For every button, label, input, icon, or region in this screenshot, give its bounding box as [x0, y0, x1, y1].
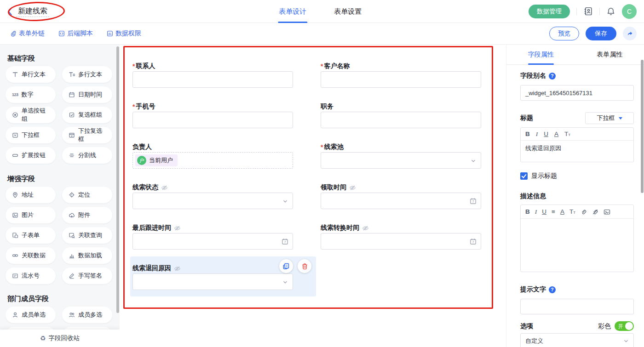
data-permission-action[interactable]: 数据权限	[107, 29, 141, 38]
sidebar-item-subform[interactable]: 子表单	[6, 227, 56, 244]
sidebar-item-extend-button[interactable]: 扩展按钮	[6, 147, 56, 164]
font-size-button[interactable]: T	[569, 209, 575, 215]
form-field-mobile[interactable]: *手机号	[132, 102, 293, 128]
sidebar-item-dropdown-multi[interactable]: 下拉复选框	[62, 127, 112, 143]
sidebar-item-signature[interactable]: 手写签名	[62, 267, 112, 284]
date-input[interactable]: 7	[132, 233, 293, 250]
underline-button[interactable]: U	[542, 209, 546, 215]
insert-image-button[interactable]	[604, 209, 610, 215]
tab-form-design[interactable]: 表单设计	[278, 0, 307, 23]
sidebar-item-member-single[interactable]: 成员单选	[6, 307, 56, 323]
tab-form-properties[interactable]: 表单属性	[575, 45, 644, 64]
sidebar-item-multi-line-text[interactable]: 多行文本	[62, 66, 112, 83]
chevron-down-icon	[282, 279, 288, 285]
contact-book-icon[interactable]	[583, 6, 593, 16]
description-editor: B I U ≡ A T	[520, 205, 634, 272]
font-color-button[interactable]: A	[560, 209, 564, 215]
save-button[interactable]: 保存	[586, 27, 616, 40]
tab-field-properties[interactable]: 字段属性	[506, 45, 575, 64]
sidebar-item-location[interactable]: 定位	[62, 187, 112, 203]
sidebar-item-member-multi[interactable]: 成员多选	[62, 307, 112, 323]
form-field-lead-return-reason[interactable]: 线索退回原因	[132, 263, 293, 290]
select-input[interactable]	[321, 152, 481, 169]
form-field-job-title[interactable]: 职务	[321, 102, 481, 128]
unlink-button[interactable]	[592, 209, 598, 215]
options-source-select[interactable]: 自定义	[520, 333, 634, 347]
backend-script-action[interactable]: 后端脚本	[58, 29, 93, 38]
field-alias-input[interactable]: _widget_1654501567131	[520, 85, 634, 101]
share-button[interactable]	[623, 27, 637, 40]
member-input[interactable]: 户 当前用户	[132, 152, 293, 169]
script-icon	[58, 30, 65, 37]
show-title-checkbox[interactable]: 显示标题	[520, 171, 634, 181]
sidebar-item-datetime[interactable]: 日期时间	[62, 86, 112, 103]
notification-bell-icon[interactable]	[606, 7, 615, 16]
form-field-lead-status[interactable]: 线索状态	[132, 182, 293, 209]
user-avatar[interactable]: C	[622, 4, 637, 19]
sidebar-item-checkbox-group[interactable]: 复选框组	[62, 107, 112, 123]
sidebar-item-data-load[interactable]: 数据加载	[62, 247, 112, 264]
text-input[interactable]	[132, 112, 293, 128]
form-field-lead-pool[interactable]: *线索池	[321, 142, 481, 169]
sidebar-item-address[interactable]: 地址	[6, 187, 56, 203]
form-canvas[interactable]: *联系人 *客户名称 *手机号 职务 负责人	[120, 45, 506, 347]
form-field-lead-convert-time[interactable]: 线索转换时间 7	[321, 223, 481, 250]
help-icon[interactable]: ?	[549, 286, 556, 293]
select-input[interactable]	[132, 193, 293, 209]
bold-button[interactable]: B	[525, 131, 530, 137]
delete-field-button[interactable]	[298, 259, 311, 273]
form-title[interactable]: 新建线索	[16, 6, 49, 17]
help-icon[interactable]: ?	[549, 73, 556, 80]
sidebar-item-divider-line[interactable]: 分割线	[62, 147, 112, 164]
text-input[interactable]	[321, 112, 481, 128]
data-manage-button[interactable]: 数据管理	[529, 5, 570, 18]
form-field-claim-time[interactable]: 领取时间 7	[321, 182, 481, 209]
font-size-button[interactable]: T	[564, 131, 570, 137]
sidebar-item-radio-group[interactable]: 单选按钮组	[6, 107, 56, 123]
date-input[interactable]: 7	[321, 233, 481, 250]
chevron-left-icon	[7, 7, 12, 16]
form-field-contact[interactable]: *联系人	[132, 61, 293, 88]
hint-text-input[interactable]	[520, 299, 634, 314]
form-field-owner[interactable]: 负责人 户 当前用户	[132, 142, 293, 169]
form-field-customer-name[interactable]: *客户名称	[321, 61, 481, 88]
italic-button[interactable]: I	[535, 209, 537, 215]
chevron-down-icon	[623, 338, 629, 344]
colorful-toggle[interactable]: 开	[615, 321, 634, 331]
text-input[interactable]	[321, 71, 481, 88]
italic-button[interactable]: I	[536, 131, 538, 137]
preview-button[interactable]: 预览	[549, 27, 579, 40]
widget-type-select[interactable]: 下拉框	[585, 112, 634, 124]
tab-form-settings[interactable]: 表单设置	[333, 0, 362, 23]
field-alias-label: 字段别名	[520, 72, 546, 80]
single-line-text-icon	[12, 71, 18, 78]
link-button[interactable]	[581, 209, 587, 215]
sidebar-item-attachment[interactable]: 附件	[62, 207, 112, 223]
sidebar-item-single-line-text[interactable]: 单行文本	[6, 66, 56, 83]
sidebar-item-image[interactable]: 图片	[6, 207, 56, 223]
text-input[interactable]	[132, 71, 293, 88]
select-input[interactable]	[132, 273, 293, 290]
sidebar-scrollbar[interactable]	[116, 46, 119, 313]
map-pin-icon	[12, 192, 18, 198]
back-button[interactable]	[7, 7, 12, 16]
date-input[interactable]: 7	[321, 193, 481, 209]
hidden-eye-icon	[362, 225, 369, 232]
title-editor-content[interactable]: 线索退回原因	[521, 141, 633, 162]
sidebar-item-number[interactable]: 123数字	[6, 86, 56, 103]
external-link-action[interactable]: 表单外链	[10, 29, 45, 38]
form-field-last-follow-time[interactable]: 最后跟进时间 7	[132, 223, 293, 250]
description-editor-content[interactable]	[521, 219, 633, 272]
underline-button[interactable]: U	[544, 131, 548, 137]
sidebar-item-dropdown[interactable]: 下拉框	[6, 127, 56, 143]
copy-field-button[interactable]	[279, 259, 293, 273]
font-color-button[interactable]: A	[554, 131, 558, 137]
bold-button[interactable]: B	[525, 209, 530, 215]
sidebar-item-linked-data[interactable]: 关联数据	[6, 247, 56, 264]
align-button[interactable]: ≡	[552, 209, 555, 215]
share-arrow-icon	[627, 30, 633, 37]
field-recycle-bin[interactable]: ♻ 字段回收站	[0, 330, 120, 347]
sidebar-item-serial-number[interactable]: 流水号	[6, 267, 56, 284]
panel-scrollbar[interactable]	[641, 60, 644, 193]
sidebar-item-linked-query[interactable]: 关联查询	[62, 227, 112, 244]
